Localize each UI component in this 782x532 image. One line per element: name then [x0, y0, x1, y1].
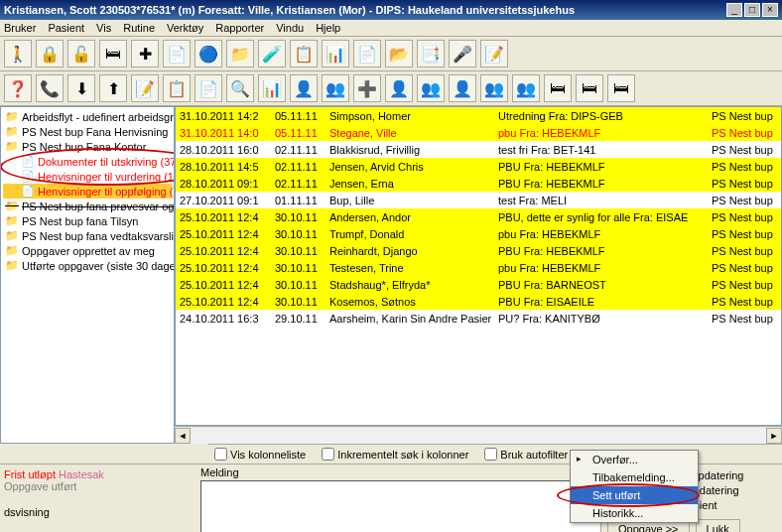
tree-panel[interactable]: 📁Arbeidsflyt - udefinert arbeidsgruppe -… — [0, 106, 175, 444]
toolbar1-btn-14[interactable]: 🎤 — [449, 40, 476, 67]
scroll-left-icon[interactable]: ◄ — [175, 428, 191, 444]
toolbar2-btn-5[interactable]: 📋 — [163, 74, 191, 102]
grid-row-2[interactable]: 28.10.2011 16:002.11.11Blakkisrud, Frivi… — [176, 141, 781, 158]
toolbar2-btn-7[interactable]: 🔍 — [226, 74, 254, 102]
toolbar2-btn-6[interactable]: 📄 — [195, 74, 222, 102]
grid-row-1[interactable]: 31.10.2011 14:005.11.11Stegane, Villepbu… — [176, 124, 781, 141]
contextmenu-item-1[interactable]: Tilbakemelding... — [571, 468, 698, 486]
tree-item-9[interactable]: 📁Oppgaver opprettet av meg — [3, 243, 172, 258]
toolbar1-btn-7[interactable]: 📁 — [226, 40, 254, 67]
menu-hjelp[interactable]: Hjelp — [316, 22, 340, 34]
folder-icon: 📄 — [21, 155, 35, 168]
toolbar2-btn-16[interactable]: 👥 — [512, 74, 540, 102]
contextmenu-item-2[interactable]: Sett utført — [571, 486, 698, 504]
cell: PS Nest bup — [712, 211, 781, 223]
grid-row-6[interactable]: 25.10.2011 12:430.10.11Andersen, AndorPB… — [176, 208, 781, 225]
toolbar2-btn-8[interactable]: 📊 — [258, 74, 286, 102]
toolbar2-btn-15[interactable]: 👥 — [480, 74, 508, 102]
grid-hscroll[interactable]: ◄ ► — [175, 426, 782, 444]
chk-autofilter[interactable]: Bruk autofilter — [484, 448, 568, 461]
tree-item-8[interactable]: 📁PS Nest bup fana vedtaksvarsling — [3, 228, 172, 243]
toolbar1-btn-13[interactable]: 📑 — [417, 40, 445, 67]
grid-row-11[interactable]: 25.10.2011 12:430.10.11Kosemos, SøtnosPB… — [176, 293, 781, 310]
cell: 25.10.2011 12:4 — [176, 245, 275, 257]
toolbar1-btn-0[interactable]: 🚶 — [4, 40, 32, 67]
toolbar2-btn-17[interactable]: 🛏 — [544, 74, 572, 102]
toolbar2-btn-18[interactable]: 🛏 — [576, 74, 603, 102]
toolbar1-btn-3[interactable]: 🛏 — [99, 40, 127, 67]
toolbar1-btn-4[interactable]: ✚ — [131, 40, 159, 67]
melding-textbox[interactable] — [200, 480, 601, 532]
grid-row-3[interactable]: 28.10.2011 14:502.11.11Jensen, Arvid Chr… — [176, 158, 781, 175]
grid-row-12[interactable]: 24.10.2011 16:329.10.11Aarsheim, Karin S… — [176, 310, 781, 327]
menu-bruker[interactable]: Bruker — [4, 22, 36, 34]
menu-rapporter[interactable]: Rapporter — [215, 22, 264, 34]
toolbar1-btn-1[interactable]: 🔒 — [36, 40, 64, 67]
scroll-right-icon[interactable]: ► — [766, 428, 782, 444]
tree-item-7[interactable]: 📁PS Nest bup fana Tilsyn — [3, 213, 172, 228]
menu-verktoy[interactable]: Verktøy — [167, 22, 203, 34]
toolbar2-btn-19[interactable]: 🛏 — [607, 74, 635, 102]
menu-vis[interactable]: Vis — [96, 22, 111, 34]
task-grid[interactable]: 31.10.2011 14:205.11.11Simpson, HomerUtr… — [175, 106, 782, 426]
toolbar1-btn-8[interactable]: 🧪 — [258, 40, 286, 67]
cell: Testesen, Trine — [329, 262, 498, 274]
toolbar2-btn-14[interactable]: 👤 — [449, 74, 476, 102]
grid-row-0[interactable]: 31.10.2011 14:205.11.11Simpson, HomerUtr… — [176, 107, 781, 124]
toolbar1-btn-15[interactable]: 📝 — [480, 40, 508, 67]
toolbar2-btn-0[interactable]: ❓ — [4, 74, 32, 102]
toolbar2-btn-13[interactable]: 👥 — [417, 74, 445, 102]
toolbar1-btn-11[interactable]: 📄 — [353, 40, 381, 67]
toolbar1-btn-9[interactable]: 📋 — [290, 40, 318, 67]
tree-item-label: Dokumenter til utskriving (37) — [38, 156, 175, 168]
grid-row-5[interactable]: 27.10.2011 09:101.11.11Bup, Lilletest Fr… — [176, 192, 781, 208]
cell: Kosemos, Søtnos — [329, 296, 498, 308]
toolbar2-btn-9[interactable]: 👤 — [290, 74, 318, 102]
grid-row-8[interactable]: 25.10.2011 12:430.10.11Reinhardt, Django… — [176, 242, 781, 259]
legend-haste: Hastesak — [59, 468, 104, 480]
scroll-track[interactable] — [191, 428, 766, 444]
menu-pasient[interactable]: Pasient — [48, 22, 84, 34]
tree-item-3[interactable]: 📄Dokumenter til utskriving (37) — [3, 154, 172, 169]
tree-item-5[interactable]: 📄Henvisninger til oppfølging (53) — [3, 184, 172, 199]
tree-item-4[interactable]: 📄Henvisninger til vurdering (1) — [3, 169, 172, 184]
tree-item-6[interactable]: 📁PS Nest bup fana prøvesvar og us — [3, 199, 172, 213]
toolbar2-btn-12[interactable]: 👤 — [385, 74, 413, 102]
toolbar1-btn-2[interactable]: 🔓 — [67, 40, 95, 67]
toolbar1-btn-6[interactable]: 🔵 — [195, 40, 222, 67]
grid-row-9[interactable]: 25.10.2011 12:430.10.11Testesen, Trinepb… — [176, 259, 781, 276]
toolbar2-btn-11[interactable]: ➕ — [353, 74, 381, 102]
cell: 30.10.11 — [275, 296, 329, 308]
toolbar2-btn-1[interactable]: 📞 — [36, 74, 64, 102]
menu-vindu[interactable]: Vindu — [276, 22, 304, 34]
tree-item-1[interactable]: 📁PS Nest bup Fana Henvisning — [3, 124, 172, 139]
toolbar2-btn-10[interactable]: 👥 — [322, 74, 349, 102]
grid-row-10[interactable]: 25.10.2011 12:430.10.11Stadshaug*, Elfry… — [176, 276, 781, 293]
toolbar2-btn-2[interactable]: ⬇ — [67, 74, 95, 102]
grid-row-7[interactable]: 25.10.2011 12:430.10.11Trumpf, Donaldpbu… — [176, 225, 781, 242]
chk-kolonneliste[interactable]: Vis kolonneliste — [214, 448, 306, 461]
cell: Andersen, Andor — [329, 211, 498, 223]
menu-rutine[interactable]: Rutine — [123, 22, 155, 34]
maximize-button[interactable]: □ — [744, 3, 760, 17]
contextmenu-item-0[interactable]: ▸Overfør... — [571, 451, 698, 468]
melding-label: Melding — [200, 466, 601, 478]
toolbar1-btn-12[interactable]: 📂 — [385, 40, 413, 67]
chk-inkrement[interactable]: Inkrementelt søk i kolonner — [322, 448, 468, 461]
toolbar2-btn-4[interactable]: 📝 — [131, 74, 159, 102]
minimize-button[interactable]: _ — [726, 3, 742, 17]
context-menu[interactable]: ▸Overfør...Tilbakemelding...Sett utførtH… — [570, 450, 699, 523]
toolbar1-btn-10[interactable]: 📊 — [322, 40, 349, 67]
tree-item-10[interactable]: 📁Utførte oppgaver (siste 30 dager) — [3, 258, 172, 273]
cell: 02.11.11 — [275, 178, 329, 190]
cell: PU? Fra: KANITYBØ — [498, 313, 712, 325]
close-button[interactable]: × — [762, 3, 778, 17]
grid-row-4[interactable]: 28.10.2011 09:102.11.11Jensen, ErnaPBU F… — [176, 175, 781, 192]
tree-item-2[interactable]: 📁PS Nest bup Fana Kontor — [3, 139, 172, 154]
toolbar2-btn-3[interactable]: ⬆ — [99, 74, 127, 102]
contextmenu-item-3[interactable]: Historikk... — [571, 504, 698, 522]
tree-item-0[interactable]: 📁Arbeidsflyt - udefinert arbeidsgruppe - — [3, 109, 172, 124]
lukk-button[interactable]: Lukk — [696, 519, 740, 532]
toolbar1-btn-5[interactable]: 📄 — [163, 40, 191, 67]
cell: PBU Fra: HEBEKMLF — [498, 178, 712, 190]
